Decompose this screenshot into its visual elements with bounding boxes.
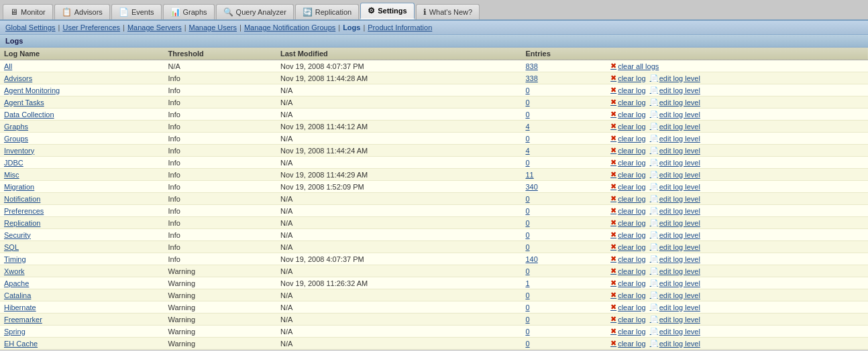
log-name-link[interactable]: EH Cache	[4, 340, 38, 348]
log-name-link[interactable]: Data Collection	[4, 111, 54, 119]
log-name-link[interactable]: Hibernate	[4, 303, 36, 311]
log-entries-link[interactable]: 0	[525, 159, 529, 167]
breadcrumb-user-preferences[interactable]: User Preferences	[62, 23, 120, 31]
breadcrumb-manage-users[interactable]: Manage Users	[189, 23, 237, 31]
log-name-link[interactable]: Advisors	[4, 74, 32, 82]
log-name-link[interactable]: Misc	[4, 171, 19, 179]
action-link-edit-log-level[interactable]: 📄edit log level	[650, 147, 700, 155]
action-link-clear-log[interactable]: ✖clear log	[610, 110, 646, 119]
tab-what-s-new-[interactable]: ℹWhat's New?	[416, 4, 480, 19]
log-entries-link[interactable]: 0	[525, 315, 529, 324]
action-link-edit-log-level[interactable]: 📄edit log level	[650, 74, 700, 82]
action-link-clear-log[interactable]: ✖clear log	[610, 230, 646, 239]
tab-monitor[interactable]: 🖥Monitor	[3, 4, 53, 19]
action-link-edit-log-level[interactable]: 📄edit log level	[650, 111, 700, 119]
log-entries-link[interactable]: 140	[525, 255, 537, 263]
log-entries-link[interactable]: 0	[525, 195, 529, 203]
log-name-link[interactable]: Spring	[4, 328, 25, 336]
action-link-edit-log-level[interactable]: 📄edit log level	[650, 171, 700, 179]
action-link-edit-log-level[interactable]: 📄edit log level	[650, 135, 700, 143]
action-link-clear-log[interactable]: ✖clear log	[610, 158, 646, 167]
action-link-clear-log[interactable]: ✖clear log	[610, 327, 646, 336]
action-link-clear-all-logs[interactable]: ✖clear all logs	[610, 62, 659, 70]
log-entries-link[interactable]: 340	[525, 183, 537, 191]
log-entries-link[interactable]: 0	[525, 291, 529, 299]
action-link-clear-log[interactable]: ✖clear log	[610, 303, 646, 311]
log-name-link[interactable]: Groups	[4, 135, 28, 143]
log-name-link[interactable]: Notification	[4, 195, 40, 203]
log-name-link[interactable]: SQL	[4, 243, 19, 251]
log-entries-link[interactable]: 0	[525, 111, 529, 119]
action-link-edit-log-level[interactable]: 📄edit log level	[650, 195, 700, 203]
action-link-clear-log[interactable]: ✖clear log	[610, 86, 646, 94]
tab-advisors[interactable]: 📋Advisors	[54, 4, 110, 19]
log-name-link[interactable]: All	[4, 62, 12, 70]
tab-replication[interactable]: 🔄Replication	[295, 4, 359, 19]
log-name-link[interactable]: Preferences	[4, 207, 44, 215]
action-link-clear-log[interactable]: ✖clear log	[610, 182, 646, 191]
log-name-link[interactable]: Xwork	[4, 267, 25, 275]
log-name-link[interactable]: Agent Monitoring	[4, 86, 60, 94]
action-link-edit-log-level[interactable]: 📄edit log level	[650, 86, 700, 94]
action-link-edit-log-level[interactable]: 📄edit log level	[650, 279, 700, 287]
action-link-edit-log-level[interactable]: 📄edit log level	[650, 267, 700, 275]
log-entries-link[interactable]: 1	[525, 279, 529, 287]
log-entries-link[interactable]: 0	[525, 340, 529, 348]
action-link-edit-log-level[interactable]: 📄edit log level	[650, 243, 700, 251]
action-link-edit-log-level[interactable]: 📄edit log level	[650, 98, 700, 107]
action-link-edit-log-level[interactable]: 📄edit log level	[650, 183, 700, 191]
action-link-clear-log[interactable]: ✖clear log	[610, 122, 646, 131]
log-name-link[interactable]: Apache	[4, 279, 29, 287]
log-entries-link[interactable]: 0	[525, 207, 529, 215]
tab-graphs[interactable]: 📊Graphs	[163, 4, 215, 19]
log-entries-link[interactable]: 0	[525, 328, 529, 336]
breadcrumb-global-settings[interactable]: Global Settings	[5, 23, 56, 31]
tab-settings[interactable]: ⚙Settings	[360, 3, 414, 19]
log-entries-link[interactable]: 0	[525, 231, 529, 239]
action-link-edit-log-level[interactable]: 📄edit log level	[650, 291, 700, 299]
tab-events[interactable]: 📄Events	[111, 4, 162, 19]
action-link-edit-log-level[interactable]: 📄edit log level	[650, 328, 700, 336]
action-link-edit-log-level[interactable]: 📄edit log level	[650, 159, 700, 167]
breadcrumb-manage-notification-groups[interactable]: Manage Notification Groups	[244, 23, 335, 31]
log-name-link[interactable]: Security	[4, 231, 31, 239]
log-entries-link[interactable]: 4	[525, 123, 529, 131]
log-entries-link[interactable]: 0	[525, 219, 529, 227]
log-entries-link[interactable]: 11	[525, 171, 533, 179]
log-name-link[interactable]: JDBC	[4, 159, 23, 167]
log-name-link[interactable]: Timing	[4, 255, 26, 263]
log-name-link[interactable]: Agent Tasks	[4, 98, 44, 107]
action-link-edit-log-level[interactable]: 📄edit log level	[650, 231, 700, 239]
action-link-clear-log[interactable]: ✖clear log	[610, 267, 646, 275]
log-entries-link[interactable]: 0	[525, 267, 529, 275]
breadcrumb-product-information[interactable]: Product Information	[368, 23, 432, 31]
log-name-link[interactable]: Freemarker	[4, 315, 42, 324]
log-entries-link[interactable]: 0	[525, 86, 529, 94]
action-link-edit-log-level[interactable]: 📄edit log level	[650, 123, 700, 131]
action-link-edit-log-level[interactable]: 📄edit log level	[650, 207, 700, 215]
action-link-clear-log[interactable]: ✖clear log	[610, 339, 646, 348]
action-link-clear-log[interactable]: ✖clear log	[610, 146, 646, 155]
action-link-clear-log[interactable]: ✖clear log	[610, 170, 646, 179]
log-entries-link[interactable]: 0	[525, 303, 529, 311]
action-link-edit-log-level[interactable]: 📄edit log level	[650, 315, 700, 324]
breadcrumb-manage-servers[interactable]: Manage Servers	[127, 23, 182, 31]
action-link-edit-log-level[interactable]: 📄edit log level	[650, 219, 700, 227]
log-entries-link[interactable]: 4	[525, 147, 529, 155]
log-name-link[interactable]: Migration	[4, 183, 34, 191]
action-link-clear-log[interactable]: ✖clear log	[610, 134, 646, 143]
action-link-clear-log[interactable]: ✖clear log	[610, 194, 646, 203]
action-link-clear-log[interactable]: ✖clear log	[610, 315, 646, 324]
action-link-clear-log[interactable]: ✖clear log	[610, 242, 646, 251]
log-name-link[interactable]: Catalina	[4, 291, 31, 299]
action-link-clear-log[interactable]: ✖clear log	[610, 279, 646, 287]
log-entries-link[interactable]: 0	[525, 98, 529, 107]
action-link-clear-log[interactable]: ✖clear log	[610, 206, 646, 215]
action-link-edit-log-level[interactable]: 📄edit log level	[650, 340, 700, 348]
action-link-edit-log-level[interactable]: 📄edit log level	[650, 303, 700, 311]
action-link-clear-log[interactable]: ✖clear log	[610, 218, 646, 227]
log-name-link[interactable]: Inventory	[4, 147, 34, 155]
action-link-clear-log[interactable]: ✖clear log	[610, 291, 646, 299]
action-link-clear-log[interactable]: ✖clear log	[610, 74, 646, 82]
action-link-edit-log-level[interactable]: 📄edit log level	[650, 255, 700, 263]
